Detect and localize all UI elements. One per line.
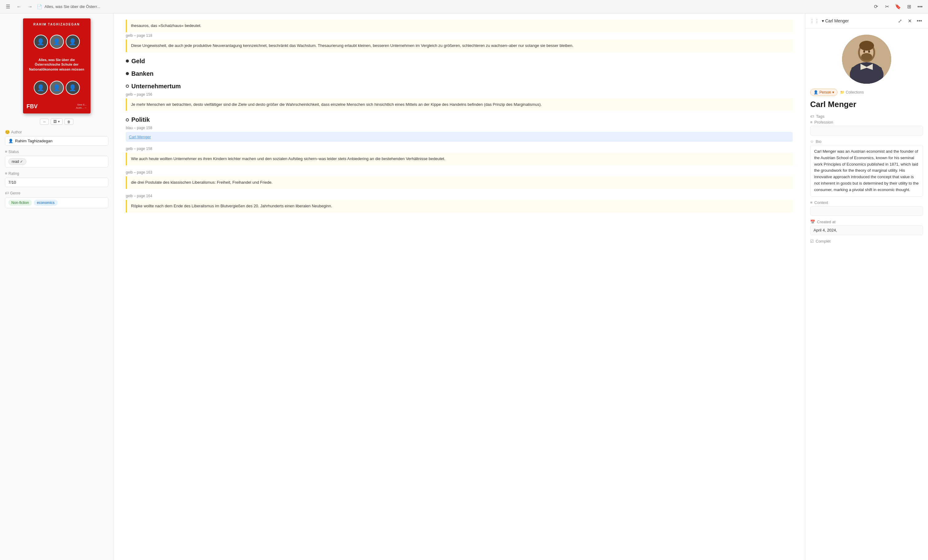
svg-rect-8 (851, 67, 882, 84)
tag-economics[interactable]: economics (34, 199, 57, 206)
link-container[interactable]: Carl Menger (126, 132, 793, 142)
svg-point-4 (868, 50, 870, 53)
portrait-6: 👤 (66, 81, 80, 95)
portrait-1: 👤 (34, 35, 48, 49)
collections-link[interactable]: 📁 Collections (840, 90, 864, 94)
collections-icon: 📁 (840, 90, 844, 94)
right-panel-title[interactable]: ▾ Carl Menger (822, 18, 849, 23)
expand-button[interactable]: ⤢ (896, 17, 904, 25)
entry-meta-blau-158: blau – page 158 (126, 126, 793, 130)
created-at-section: 📅 Created at April 4, 2024, (805, 219, 928, 235)
portrait-5: 👤 (50, 81, 64, 95)
bio-section: ☆ Bio Carl Menger was an Austrian econom… (805, 139, 928, 196)
person-avatar (842, 35, 891, 84)
heading-banken: Banken (126, 70, 793, 77)
highlight-118: Diese Ungewissheit, die auch jede produk… (126, 40, 793, 52)
drag-handle[interactable]: ⋮⋮ (809, 18, 820, 24)
image-button[interactable]: 🖼 ▾ (50, 119, 62, 125)
rating-section: ≡ Rating 7/10 (5, 171, 108, 187)
book-footer: FBV Eine E...Austr... ↔ (27, 103, 87, 110)
menu-button[interactable]: ☰ (4, 3, 12, 11)
entry-meta-gelb-158: gelb – page 158 (126, 147, 793, 151)
entry-gelb-158: gelb – page 158 Wie auch heute wollten U… (126, 147, 793, 165)
svg-point-3 (863, 50, 865, 53)
svg-point-6 (859, 41, 874, 50)
created-at-icon: 📅 (810, 219, 815, 224)
author-value[interactable]: 👤 Rahim Taghizadegan (5, 136, 108, 146)
tags-icon: 🏷 (810, 114, 814, 119)
entry-blau-158: blau – page 158 Carl Menger (126, 126, 793, 142)
profession-icon: ≡ (810, 120, 813, 125)
highlight-initial: thesauros, das »Schatzhaus« bedeutet. (126, 20, 793, 32)
bullet-banken (126, 72, 129, 75)
book-title: Alles, was Sie über die Österreichische … (27, 58, 87, 72)
rating-label: ≡ Rating (5, 171, 108, 176)
book-cover: RAHIM TAGHIZADEGAN 👤 👤 👤 Alles, was Sie … (23, 18, 90, 114)
book-author-name: RAHIM TAGHIZADEGAN (34, 23, 80, 26)
view-button[interactable]: ↔ (40, 119, 49, 125)
right-more-button[interactable]: ••• (915, 17, 924, 25)
book-portraits-top: 👤 👤 👤 (34, 35, 80, 49)
context-label: ≡ Context (810, 200, 923, 205)
tags-section: 🏷 Tags (805, 114, 928, 119)
profession-section: ≡ Profession (805, 120, 928, 135)
heading-unternehmertum: Unternehmertum (126, 83, 793, 90)
book-portraits-bottom: 👤 👤 👤 (34, 81, 80, 95)
portrait-4: 👤 (34, 81, 48, 95)
bullet-geld (126, 59, 129, 62)
top-bar: ☰ ← → 📄 Alles, was Sie über die Österr..… (0, 0, 928, 14)
genre-section: 🏷 Genre Non-fiction economics (5, 191, 108, 208)
right-panel: ⋮⋮ ▾ Carl Menger ⤢ ✕ ••• (805, 14, 928, 560)
complete-icon: ☑ (810, 239, 814, 243)
carl-menger-link[interactable]: Carl Menger (129, 135, 151, 139)
layout-button[interactable]: ⊞ (905, 3, 913, 11)
chevron-down-icon: ▾ (822, 18, 824, 23)
complete-section: ☑ Complèt (805, 239, 928, 243)
top-bar-left: ☰ ← → 📄 Alles, was Sie über die Österr..… (4, 3, 869, 11)
book-logo: Eine E...Austr... ↔ (76, 103, 87, 110)
bullet-unternehmertum (126, 85, 129, 88)
created-at-value[interactable]: April 4, 2024, (810, 225, 923, 235)
status-badge: read ✓ (8, 158, 26, 165)
portrait-3: 👤 (66, 35, 80, 49)
complete-label: ☑ Complèt (810, 239, 923, 243)
forward-button[interactable]: → (26, 3, 34, 11)
bookmark-button[interactable]: 🔖 (894, 3, 902, 11)
person-type-badge[interactable]: 👤 Person ▾ (810, 89, 838, 96)
highlight-156: Je mehr Menschen wir betrachten, desto v… (126, 99, 793, 111)
entry-gelb-164: gelb – page 164 Röpke wollte nach dem En… (126, 194, 793, 213)
created-at-label: 📅 Created at (810, 219, 923, 224)
close-panel-button[interactable]: ✕ (905, 17, 914, 25)
svg-point-5 (861, 53, 872, 61)
status-label: ≡ Status (5, 149, 108, 154)
delete-button[interactable]: 🗑 (64, 119, 73, 125)
bio-label: ☆ Bio (810, 139, 923, 144)
author-section: 😊 Author 👤 Rahim Taghizadegan (5, 130, 108, 146)
more-button[interactable]: ••• (916, 3, 924, 11)
status-icon: ≡ (5, 149, 8, 154)
heading-geld: Geld (126, 58, 793, 65)
profession-value[interactable] (810, 126, 923, 135)
highlight-164: Röpke wollte nach dem Ende des Liberalis… (126, 200, 793, 213)
heading-politik: Politik (126, 116, 793, 123)
status-section: ≡ Status read ✓ (5, 149, 108, 167)
person-tags-row: 👤 Person ▾ 📁 Collections (805, 89, 928, 100)
avatar-svg (842, 35, 891, 84)
person-type-icon: 👤 (814, 90, 818, 94)
back-button[interactable]: ← (15, 3, 23, 11)
bio-value[interactable]: Carl Menger was an Austrian economist an… (810, 145, 923, 196)
context-value[interactable] (810, 206, 923, 216)
tag-nonfiction[interactable]: Non-fiction (8, 199, 32, 206)
tools-button[interactable]: ✂ (882, 3, 891, 11)
portrait-2: 👤 (50, 35, 64, 49)
genre-tags: Non-fiction economics (8, 199, 58, 206)
person-name: Carl Menger (805, 100, 928, 114)
sync-button[interactable]: ⟳ (872, 3, 880, 11)
author-emoji-icon: 😊 (5, 130, 10, 134)
rating-value[interactable]: 7/10 (5, 178, 108, 187)
context-icon: ≡ (810, 200, 813, 205)
top-bar-actions: ⟳ ✂ 🔖 ⊞ ••• (872, 3, 924, 11)
status-value[interactable]: read ✓ (5, 156, 108, 167)
genre-value[interactable]: Non-fiction economics (5, 197, 108, 208)
entry-gelb-163: gelb – page 163 die drei Postulate des k… (126, 170, 793, 189)
